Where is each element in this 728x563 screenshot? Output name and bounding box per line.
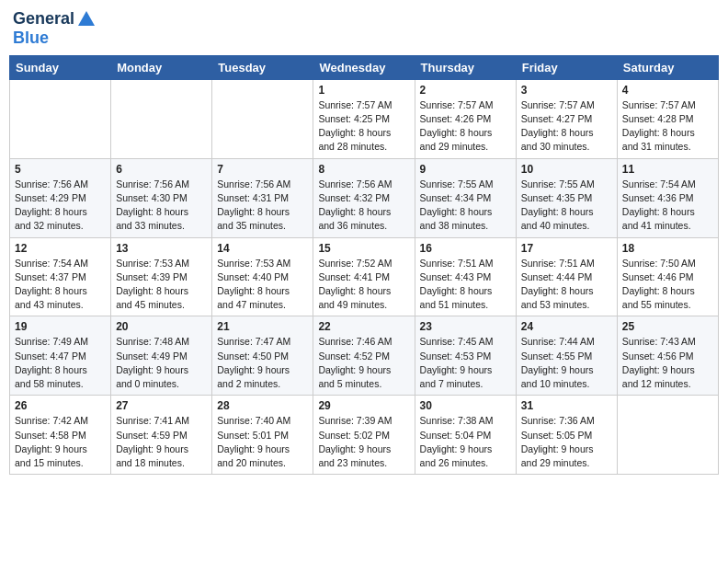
calendar-cell: 27Sunrise: 7:41 AMSunset: 4:59 PMDayligh… [111,396,212,475]
day-info: Sunrise: 7:56 AMSunset: 4:31 PMDaylight:… [217,178,308,234]
day-number: 14 [217,242,308,255]
calendar-cell: 16Sunrise: 7:51 AMSunset: 4:43 PMDayligh… [415,237,516,316]
day-number: 13 [116,242,207,255]
day-info: Sunrise: 7:36 AMSunset: 5:05 PMDaylight:… [521,414,612,470]
calendar-cell: 6Sunrise: 7:56 AMSunset: 4:30 PMDaylight… [111,158,212,237]
logo: General Blue [13,9,97,48]
day-number: 27 [116,399,207,412]
calendar-cell: 21Sunrise: 7:47 AMSunset: 4:50 PMDayligh… [212,316,313,396]
calendar-cell: 7Sunrise: 7:56 AMSunset: 4:31 PMDaylight… [212,158,313,237]
calendar-cell: 17Sunrise: 7:51 AMSunset: 4:44 PMDayligh… [516,237,617,316]
day-info: Sunrise: 7:51 AMSunset: 4:43 PMDaylight:… [420,257,511,313]
calendar-cell: 12Sunrise: 7:54 AMSunset: 4:37 PMDayligh… [10,237,111,316]
page-header: General Blue [9,9,719,48]
day-number: 16 [420,242,511,255]
day-number: 10 [521,163,612,176]
calendar-week-2: 5Sunrise: 7:56 AMSunset: 4:29 PMDaylight… [10,158,719,237]
day-info: Sunrise: 7:55 AMSunset: 4:35 PMDaylight:… [521,178,612,234]
logo-icon [76,9,97,29]
calendar-cell: 28Sunrise: 7:40 AMSunset: 5:01 PMDayligh… [212,396,313,475]
day-number: 11 [622,163,713,176]
calendar-cell: 10Sunrise: 7:55 AMSunset: 4:35 PMDayligh… [516,158,617,237]
day-number: 17 [521,242,612,255]
day-number: 4 [622,84,713,97]
calendar-cell: 23Sunrise: 7:45 AMSunset: 4:53 PMDayligh… [415,316,516,396]
day-info: Sunrise: 7:56 AMSunset: 4:32 PMDaylight:… [318,178,409,234]
calendar-cell: 20Sunrise: 7:48 AMSunset: 4:49 PMDayligh… [111,316,212,396]
col-header-monday: Monday [111,55,212,79]
day-info: Sunrise: 7:52 AMSunset: 4:41 PMDaylight:… [318,257,409,313]
calendar-cell [10,79,111,158]
calendar-cell [111,79,212,158]
day-number: 26 [15,399,106,412]
calendar-cell: 1Sunrise: 7:57 AMSunset: 4:25 PMDaylight… [313,79,415,158]
day-number: 6 [116,163,207,176]
day-number: 15 [318,242,409,255]
calendar-cell: 26Sunrise: 7:42 AMSunset: 4:58 PMDayligh… [10,396,111,475]
day-info: Sunrise: 7:49 AMSunset: 4:47 PMDaylight:… [15,335,106,391]
calendar-table: SundayMondayTuesdayWednesdayThursdayFrid… [9,55,719,475]
day-number: 30 [420,399,511,412]
calendar-cell: 13Sunrise: 7:53 AMSunset: 4:39 PMDayligh… [111,237,212,316]
day-info: Sunrise: 7:45 AMSunset: 4:53 PMDaylight:… [420,335,511,391]
day-number: 28 [217,399,308,412]
day-info: Sunrise: 7:53 AMSunset: 4:40 PMDaylight:… [217,257,308,313]
day-info: Sunrise: 7:41 AMSunset: 4:59 PMDaylight:… [116,414,207,470]
calendar-week-5: 26Sunrise: 7:42 AMSunset: 4:58 PMDayligh… [10,396,719,475]
calendar-cell: 22Sunrise: 7:46 AMSunset: 4:52 PMDayligh… [313,316,415,396]
day-info: Sunrise: 7:54 AMSunset: 4:36 PMDaylight:… [622,178,713,234]
col-header-friday: Friday [516,55,617,79]
day-number: 21 [217,320,308,333]
day-number: 19 [15,320,106,333]
calendar-cell: 25Sunrise: 7:43 AMSunset: 4:56 PMDayligh… [617,316,718,396]
day-number: 12 [15,242,106,255]
day-info: Sunrise: 7:43 AMSunset: 4:56 PMDaylight:… [622,335,713,391]
calendar-cell: 30Sunrise: 7:38 AMSunset: 5:04 PMDayligh… [415,396,516,475]
calendar-cell [212,79,313,158]
day-info: Sunrise: 7:42 AMSunset: 4:58 PMDaylight:… [15,414,106,470]
day-number: 31 [521,399,612,412]
calendar-cell: 29Sunrise: 7:39 AMSunset: 5:02 PMDayligh… [313,396,415,475]
day-number: 23 [420,320,511,333]
day-number: 1 [318,84,409,97]
col-header-thursday: Thursday [415,55,516,79]
calendar-cell: 8Sunrise: 7:56 AMSunset: 4:32 PMDaylight… [313,158,415,237]
day-number: 3 [521,84,612,97]
day-info: Sunrise: 7:51 AMSunset: 4:44 PMDaylight:… [521,257,612,313]
day-info: Sunrise: 7:57 AMSunset: 4:27 PMDaylight:… [521,98,612,155]
day-number: 9 [420,163,511,176]
day-info: Sunrise: 7:38 AMSunset: 5:04 PMDaylight:… [420,414,511,470]
calendar-cell: 19Sunrise: 7:49 AMSunset: 4:47 PMDayligh… [10,316,111,396]
logo-text: General [13,9,97,29]
calendar-cell: 24Sunrise: 7:44 AMSunset: 4:55 PMDayligh… [516,316,617,396]
day-info: Sunrise: 7:57 AMSunset: 4:28 PMDaylight:… [622,98,713,155]
calendar-cell: 2Sunrise: 7:57 AMSunset: 4:26 PMDaylight… [415,79,516,158]
calendar-cell: 11Sunrise: 7:54 AMSunset: 4:36 PMDayligh… [617,158,718,237]
day-info: Sunrise: 7:57 AMSunset: 4:26 PMDaylight:… [420,98,511,155]
day-info: Sunrise: 7:46 AMSunset: 4:52 PMDaylight:… [318,335,409,391]
calendar-cell [617,396,718,475]
day-number: 18 [622,242,713,255]
day-number: 5 [15,163,106,176]
col-header-sunday: Sunday [10,55,111,79]
day-info: Sunrise: 7:39 AMSunset: 5:02 PMDaylight:… [318,414,409,470]
calendar-cell: 18Sunrise: 7:50 AMSunset: 4:46 PMDayligh… [617,237,718,316]
col-header-saturday: Saturday [617,55,718,79]
day-number: 25 [622,320,713,333]
calendar-cell: 3Sunrise: 7:57 AMSunset: 4:27 PMDaylight… [516,79,617,158]
day-number: 20 [116,320,207,333]
calendar-week-4: 19Sunrise: 7:49 AMSunset: 4:47 PMDayligh… [10,316,719,396]
calendar-header-row: SundayMondayTuesdayWednesdayThursdayFrid… [10,55,719,79]
calendar-cell: 5Sunrise: 7:56 AMSunset: 4:29 PMDaylight… [10,158,111,237]
day-number: 2 [420,84,511,97]
day-info: Sunrise: 7:40 AMSunset: 5:01 PMDaylight:… [217,414,308,470]
calendar-cell: 4Sunrise: 7:57 AMSunset: 4:28 PMDaylight… [617,79,718,158]
calendar-week-3: 12Sunrise: 7:54 AMSunset: 4:37 PMDayligh… [10,237,719,316]
day-info: Sunrise: 7:50 AMSunset: 4:46 PMDaylight:… [622,257,713,313]
calendar-cell: 9Sunrise: 7:55 AMSunset: 4:34 PMDaylight… [415,158,516,237]
day-number: 24 [521,320,612,333]
calendar-week-1: 1Sunrise: 7:57 AMSunset: 4:25 PMDaylight… [10,79,719,158]
day-number: 7 [217,163,308,176]
col-header-tuesday: Tuesday [212,55,313,79]
day-info: Sunrise: 7:54 AMSunset: 4:37 PMDaylight:… [15,257,106,313]
